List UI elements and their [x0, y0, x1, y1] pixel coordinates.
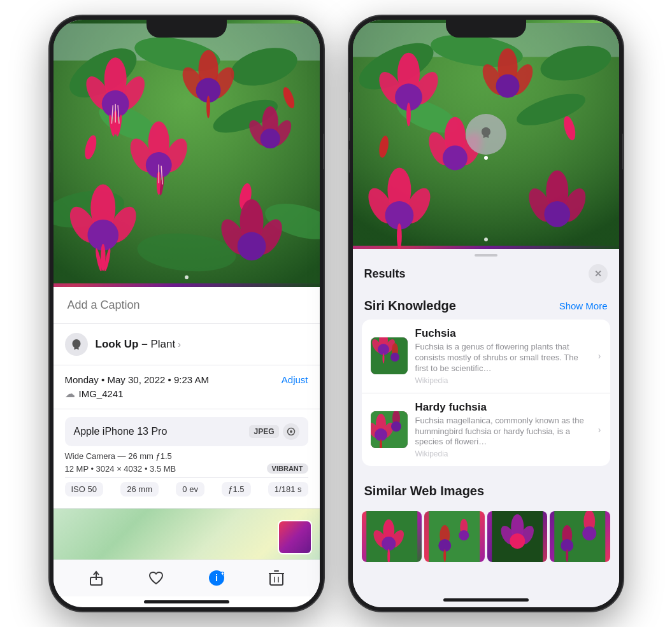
svg-rect-132 [554, 511, 605, 562]
fuchsia-chevron-icon: › [598, 351, 601, 361]
svg-point-46 [237, 232, 266, 260]
share-button[interactable] [82, 564, 110, 592]
bottom-toolbar: i ✦ [54, 560, 320, 596]
exif-shutter: 1/181 s [268, 482, 308, 497]
similar-images-row [362, 511, 610, 562]
hardy-source: Wikipedia [415, 449, 590, 458]
svg-point-95 [544, 201, 570, 227]
left-phone-inner: Look Up – Plant› Monday • May 30, 2022 •… [54, 20, 320, 607]
right-power-button[interactable] [622, 134, 623, 169]
hardy-info: Hardy fuchsia Fuchsia magellanica, commo… [415, 401, 590, 459]
filename-label: IMG_4241 [79, 388, 124, 399]
similar-web-title: Similar Web Images [364, 484, 485, 498]
svg-point-124 [443, 549, 446, 562]
date-row: Monday • May 30, 2022 • 9:23 AM Adjust [65, 374, 308, 385]
right-home-indicator [353, 592, 619, 607]
svg-point-131 [510, 533, 525, 549]
camera-model: Apple iPhone 13 Pro [74, 426, 168, 437]
fuchsia-info: Fuchsia Fuchsia is a genus of flowering … [415, 327, 590, 385]
similar-img-3[interactable] [487, 511, 548, 562]
knowledge-item-fuchsia[interactable]: Fuchsia Fuchsia is a genus of flowering … [362, 320, 610, 393]
svg-point-126 [459, 530, 469, 540]
right-phone-notch [446, 16, 526, 38]
filename-row: ☁ IMG_4241 [65, 388, 308, 400]
lookup-icon [65, 333, 88, 356]
favorite-button[interactable] [142, 564, 170, 592]
svg-point-78 [406, 102, 411, 126]
hardy-thumbnail [371, 411, 408, 448]
adjust-button[interactable]: Adjust [282, 374, 308, 385]
right-volume-up-button[interactable] [349, 118, 350, 141]
delete-button[interactable] [262, 564, 290, 592]
camera-wide: Wide Camera — 26 mm ƒ1.5 [65, 451, 308, 461]
map-area[interactable] [54, 509, 320, 560]
photo-area-left[interactable] [54, 20, 320, 287]
photo-area-right[interactable] [353, 20, 619, 249]
svg-point-52 [185, 276, 189, 279]
mute-button[interactable] [50, 92, 50, 110]
right-mute-button[interactable] [349, 92, 350, 110]
results-handle [353, 249, 619, 259]
caption-area[interactable] [54, 287, 320, 324]
home-indicator [54, 596, 320, 607]
svg-text:i: i [215, 573, 218, 583]
fuchsia-desc: Fuchsia is a genus of flowering plants t… [415, 342, 590, 374]
camera-settings-icon[interactable] [283, 423, 299, 440]
svg-point-104 [382, 353, 384, 363]
volume-up-button[interactable] [50, 118, 50, 141]
knowledge-card: Fuchsia Fuchsia is a genus of flowering … [362, 320, 610, 466]
right-phone: Results ✕ Siri Knowledge Show More [349, 16, 623, 611]
right-volume-down-button[interactable] [349, 150, 350, 173]
svg-rect-121 [429, 511, 480, 562]
similar-img-4[interactable] [550, 511, 610, 562]
exif-focal: 26 mm [120, 482, 159, 497]
similar-web-section: Similar Web Images [362, 476, 610, 562]
drag-handle [475, 254, 497, 257]
phone-notch [147, 16, 227, 38]
map-photo-thumbnail [278, 520, 312, 554]
svg-point-119 [382, 537, 396, 551]
svg-point-29 [260, 129, 280, 148]
volume-down-button[interactable] [50, 150, 50, 173]
right-phone-inner: Results ✕ Siri Knowledge Show More [353, 20, 619, 607]
exif-iso: ISO 50 [65, 482, 103, 497]
date-label: Monday • May 30, 2022 • 9:23 AM [65, 374, 209, 385]
results-panel: Results ✕ Siri Knowledge Show More [353, 249, 619, 607]
fuchsia-thumbnail [371, 337, 408, 374]
visual-lookup-button[interactable] [466, 114, 506, 155]
similar-web-header: Similar Web Images [362, 476, 610, 505]
fuchsia-name: Fuchsia [415, 327, 590, 340]
lookup-label: Look Up – Plant› [96, 338, 181, 351]
info-button[interactable]: i ✦ [203, 564, 231, 592]
hardy-desc: Fuchsia magellanica, commonly known as t… [415, 416, 590, 448]
svg-point-98 [484, 237, 488, 241]
knowledge-item-hardy[interactable]: Hardy fuchsia Fuchsia magellanica, commo… [362, 393, 610, 467]
hardy-chevron-icon: › [598, 425, 601, 435]
svg-point-86 [442, 145, 467, 170]
show-more-button[interactable]: Show More [559, 300, 608, 311]
svg-point-82 [496, 74, 519, 98]
results-close-button[interactable]: ✕ [589, 264, 608, 283]
jpeg-badge: JPEG [249, 425, 278, 438]
cloud-icon: ☁ [65, 388, 75, 400]
power-button[interactable] [323, 134, 324, 169]
caption-input[interactable] [68, 299, 306, 312]
svg-point-91 [397, 223, 402, 249]
visual-lookup-dot [484, 156, 488, 160]
info-section: Monday • May 30, 2022 • 9:23 AM Adjust ☁… [54, 365, 320, 409]
svg-rect-61 [270, 574, 283, 585]
hardy-name: Hardy fuchsia [415, 401, 590, 414]
siri-knowledge-title: Siri Knowledge [364, 299, 456, 313]
camera-section: Apple iPhone 13 Pro JPEG Wide Camera — 2… [54, 409, 320, 509]
similar-img-1[interactable] [362, 511, 422, 562]
similar-img-2[interactable] [424, 511, 485, 562]
exif-ev: 0 ev [176, 482, 204, 497]
results-header: Results ✕ [353, 259, 619, 291]
results-scroll[interactable]: Siri Knowledge Show More [353, 291, 619, 592]
svg-point-114 [391, 421, 401, 432]
camera-badges: JPEG [249, 423, 299, 440]
left-phone: Look Up – Plant› Monday • May 30, 2022 •… [50, 16, 324, 611]
svg-point-54 [290, 430, 292, 433]
home-bar [144, 600, 229, 603]
lookup-row[interactable]: Look Up – Plant› [54, 324, 320, 365]
